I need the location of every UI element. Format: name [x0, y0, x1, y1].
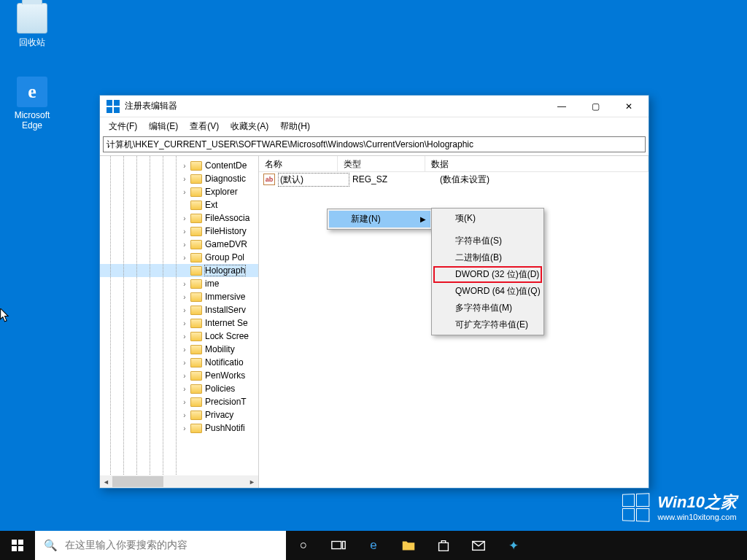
recycle-bin-icon: [17, 3, 47, 34]
watermark-logo-icon: [622, 492, 651, 523]
watermark-brand: Win10之家: [657, 493, 737, 512]
expand-icon[interactable]: ›: [180, 241, 189, 249]
list-header[interactable]: 名称 类型 数据: [259, 156, 649, 172]
expand-icon[interactable]: ›: [180, 188, 189, 196]
svg-rect-1: [343, 542, 346, 549]
tree-label: Explorer: [205, 187, 238, 197]
close-button[interactable]: ✕: [612, 96, 646, 117]
header-data[interactable]: 数据: [425, 156, 649, 171]
tree-panel[interactable]: ›ContentDe›Diagnostic›Explorer Ext›FileA…: [100, 156, 259, 488]
folder-icon: [190, 214, 202, 223]
folder-icon: [190, 319, 202, 328]
tree-label: Internet Se: [205, 318, 248, 328]
folder-icon: [190, 306, 202, 315]
string-value-icon: ab: [263, 174, 275, 185]
maximize-button[interactable]: ▢: [578, 96, 612, 117]
start-button[interactable]: [0, 531, 35, 560]
ctx-new-dword[interactable]: DWORD (32 位)值(D): [433, 266, 542, 283]
expand-icon[interactable]: ›: [180, 319, 189, 327]
tree-label: FileHistory: [205, 226, 247, 236]
tree-label: InstallServ: [205, 305, 246, 315]
expand-icon[interactable]: [180, 267, 189, 275]
expand-icon[interactable]: ›: [180, 332, 189, 341]
expand-icon[interactable]: ›: [180, 346, 189, 354]
tree-label: Notificatio: [205, 357, 244, 368]
expand-icon[interactable]: ›: [180, 228, 189, 236]
taskbar: 🔍 在这里输入你要搜索的内容 ○ e ✦: [0, 531, 747, 560]
taskbar-mail-icon[interactable]: [461, 531, 496, 560]
tree-label: GameDVR: [205, 239, 247, 249]
cortana-icon[interactable]: ○: [286, 531, 321, 560]
menu-file[interactable]: 文件(F): [103, 118, 143, 135]
menu-edit[interactable]: 编辑(E): [143, 118, 184, 135]
regedit-window: 注册表编辑器 — ▢ ✕ 文件(F) 编辑(E) 查看(V) 收藏夹(A) 帮助…: [99, 95, 649, 489]
titlebar[interactable]: 注册表编辑器 — ▢ ✕: [100, 96, 649, 117]
menu-help[interactable]: 帮助(H): [274, 118, 316, 135]
header-type[interactable]: 类型: [338, 156, 425, 171]
folder-icon: [190, 292, 202, 302]
cell-data: (数值未设置): [437, 174, 489, 186]
tree-label: Privacy: [205, 410, 233, 420]
tree-horizontal-scrollbar[interactable]: ◄ ►: [100, 475, 258, 488]
expand-icon[interactable]: ›: [180, 175, 189, 183]
recycle-bin-label: 回收站: [7, 36, 57, 49]
folder-icon: [190, 279, 202, 289]
taskbar-app-icon[interactable]: ✦: [496, 531, 531, 560]
desktop-edge[interactable]: e Microsoft Edge: [7, 77, 57, 131]
expand-icon[interactable]: ›: [180, 424, 189, 432]
ctx-new-expand[interactable]: 可扩充字符串值(E): [433, 316, 542, 333]
folder-icon: [190, 240, 202, 249]
folder-icon: [190, 371, 202, 381]
task-view-icon[interactable]: [321, 531, 356, 560]
tree-label: Group Pol: [205, 252, 244, 262]
taskbar-edge-icon[interactable]: e: [356, 531, 391, 560]
minimize-button[interactable]: —: [545, 96, 578, 117]
menubar: 文件(F) 编辑(E) 查看(V) 收藏夹(A) 帮助(H): [100, 117, 649, 135]
watermark: Win10之家 www.win10xitong.com: [621, 493, 737, 522]
expand-icon[interactable]: ›: [180, 398, 189, 406]
expand-icon[interactable]: ›: [180, 359, 189, 367]
expand-icon[interactable]: ›: [180, 293, 189, 301]
tree-label: Holograph: [205, 265, 245, 276]
edge-label: Microsoft Edge: [7, 110, 57, 131]
svg-rect-0: [332, 542, 341, 549]
ctx-new-binary[interactable]: 二进制值(B): [433, 249, 542, 266]
context-menu-new-submenu: 项(K) 字符串值(S) 二进制值(B) DWORD (32 位)值(D) QW…: [431, 208, 544, 335]
list-row-default[interactable]: ab (默认) REG_SZ (数值未设置): [259, 172, 649, 187]
expand-icon[interactable]: ›: [180, 372, 189, 380]
watermark-url: www.win10xitong.com: [657, 513, 737, 522]
menu-favorites[interactable]: 收藏夹(A): [225, 118, 274, 135]
expand-icon[interactable]: ›: [180, 411, 189, 419]
expand-icon[interactable]: [180, 201, 189, 209]
taskbar-explorer-icon[interactable]: [391, 531, 426, 560]
ctx-new-qword[interactable]: QWORD (64 位)值(Q): [433, 283, 542, 300]
expand-icon[interactable]: ›: [180, 254, 189, 262]
expand-icon[interactable]: ›: [180, 306, 189, 314]
ctx-new-string[interactable]: 字符串值(S): [433, 233, 542, 249]
folder-icon: [190, 345, 202, 354]
folder-icon: [190, 174, 202, 184]
scroll-right-arrow[interactable]: ►: [246, 475, 258, 488]
submenu-arrow-icon: ▶: [420, 215, 426, 223]
expand-icon[interactable]: ›: [180, 385, 189, 393]
header-name[interactable]: 名称: [259, 156, 338, 171]
menu-view[interactable]: 查看(V): [184, 118, 225, 135]
expand-icon[interactable]: ›: [180, 280, 189, 288]
expand-icon[interactable]: ›: [180, 214, 189, 222]
ctx-new[interactable]: 新建(N) ▶: [329, 211, 430, 228]
scroll-thumb[interactable]: [112, 476, 163, 487]
address-bar[interactable]: 计算机\HKEY_CURRENT_USER\SOFTWARE\Microsoft…: [103, 136, 646, 152]
ctx-new-key[interactable]: 项(K): [433, 210, 542, 227]
tree-label: Mobility: [205, 344, 235, 354]
taskbar-search[interactable]: 🔍 在这里输入你要搜索的内容: [35, 531, 286, 560]
taskbar-store-icon[interactable]: [426, 531, 461, 560]
folder-icon: [190, 201, 202, 210]
windows-logo-icon: [11, 539, 24, 552]
scroll-left-arrow[interactable]: ◄: [100, 475, 112, 488]
tree-label: ime: [205, 279, 219, 289]
desktop-recycle-bin[interactable]: 回收站: [7, 3, 57, 49]
folder-icon: [190, 384, 202, 394]
folder-icon: [190, 253, 202, 262]
expand-icon[interactable]: ›: [180, 162, 189, 170]
ctx-new-multi[interactable]: 多字符串值(M): [433, 300, 542, 316]
